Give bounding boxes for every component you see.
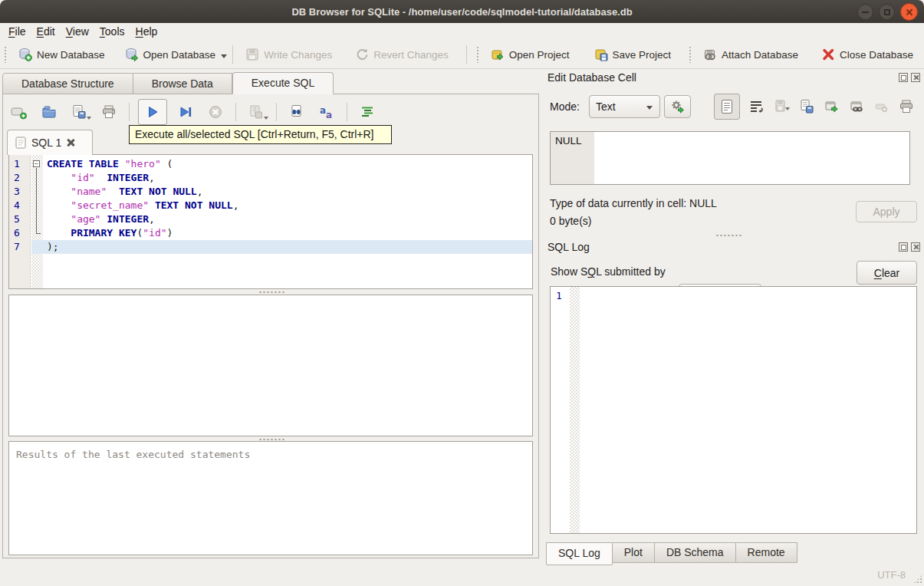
attach-database-label: Attach Database [722,49,798,61]
resize-grip[interactable] [913,574,922,584]
auto-completion-button[interactable]: a a [315,100,338,123]
execute-all-button[interactable] [138,99,167,125]
database-new-icon [18,48,32,61]
open-database-dropdown-arrow[interactable] [221,54,227,61]
encoding-indicator[interactable]: UTF-8 [877,569,906,581]
results-grid-pane[interactable] [8,295,533,436]
main-tab-bar: Database StructureBrowse DataExecute SQL [2,72,334,94]
toolbar-drag-handle[interactable] [476,46,480,63]
toolbar-drag-handle[interactable] [689,46,692,63]
save-project-button[interactable]: Save Project [587,44,679,65]
code-line-1[interactable]: 1−CREATE TABLE "hero" ( [9,157,532,171]
attach-database-button[interactable]: Attach Database [696,44,805,65]
messages-pane[interactable]: Results of the last executed statements [8,441,533,555]
import-cell-data-button[interactable] [773,99,789,114]
open-database-button[interactable]: Open Database [118,44,223,65]
title-bar[interactable]: DB Browser for SQLite - /home/user/code/… [0,0,924,23]
splitter-handle[interactable] [715,234,742,237]
cell-editor[interactable]: NULL [550,131,910,185]
edit-cell-title: Edit Database Cell [547,71,636,84]
sql-editor-toolbar: a a [8,97,379,127]
set-null-icon [874,99,889,114]
tab-browse-data[interactable]: Browse Data [133,73,232,94]
apply-button[interactable]: Apply [856,201,917,222]
maximize-button[interactable] [879,4,895,20]
mode-combobox[interactable]: Text [589,95,660,118]
revert-changes-button[interactable]: Revert Changes [348,44,455,65]
dock-tab-remote[interactable]: Remote [736,542,797,563]
code-line-4[interactable]: 4 "secret_name" TEXT NOT NULL, [9,199,532,212]
code-line-5[interactable]: 5 "age" INTEGER, [9,212,532,226]
splitter-handle[interactable] [258,291,284,294]
find-button[interactable] [285,100,308,123]
menu-file[interactable]: File [8,24,36,40]
word-wrap-button[interactable] [748,99,764,114]
new-database-button[interactable]: New Database [12,44,112,65]
tab-execute-sql[interactable]: Execute SQL [232,72,334,94]
execute-line-button[interactable] [174,100,197,123]
revert-changes-label: Revert Changes [373,49,449,61]
menu-view[interactable]: View [65,24,99,40]
text-mode-button[interactable] [714,94,740,120]
open-sql-file-button[interactable] [38,100,61,123]
toolbar-drag-handle[interactable] [4,46,8,63]
save-results-button[interactable] [245,100,268,123]
code-line-6[interactable]: 6 PRIMARY KEY("id") [9,226,532,240]
print-icon [101,104,117,120]
close-database-button[interactable]: Close Database [814,44,920,65]
auto-switch-mode-button[interactable] [664,95,691,118]
find-replace-icon [289,104,304,120]
set-null-button[interactable] [873,99,889,114]
export-cell-data-button[interactable] [798,99,814,114]
window-controls [857,3,918,21]
svg-text:a: a [326,110,332,120]
stop-icon [208,104,223,120]
minimize-button[interactable] [857,4,873,20]
save-sql-file-button[interactable] [67,100,90,123]
format-sql-button[interactable] [356,100,379,123]
code-line-2[interactable]: 2 "id" INTEGER, [9,171,532,185]
cell-size-info: 0 byte(s) [550,215,591,227]
code-line-7[interactable]: 7); [9,240,532,254]
app-window: { "window": { "title": "DB Browser for S… [0,0,924,586]
save-results-dropdown-arrow[interactable] [264,117,268,122]
word-wrap-icon [748,99,764,114]
close-database-icon [821,48,835,61]
mode-value: Text [596,100,616,113]
menu-bar: FileEditViewToolsHelp [0,23,924,41]
save-file-dropdown-arrow[interactable] [87,117,91,122]
dock-tab-plot[interactable]: Plot [613,542,655,563]
stop-button[interactable] [204,100,227,123]
save-results-icon [248,104,264,120]
float-panel-icon[interactable] [899,242,908,252]
results-placeholder: Results of the last executed statements [16,449,250,460]
menu-edit[interactable]: Edit [36,24,65,40]
tab-database-structure[interactable]: Database Structure [2,73,133,94]
close-tab-icon[interactable] [67,139,75,147]
menu-help[interactable]: Help [135,24,168,40]
sql-log-view[interactable]: 1 [550,286,917,534]
close-panel-icon[interactable] [911,242,920,252]
dock-tab-sql-log[interactable]: SQL Log [546,542,613,565]
sql-code-editor[interactable]: 1−CREATE TABLE "hero" (2 "id" INTEGER,3 … [8,154,533,289]
copy-link-button[interactable] [849,99,865,114]
new-sql-tab-button[interactable] [8,100,31,123]
print-button[interactable] [97,100,120,123]
write-changes-button[interactable]: Write Changes [238,44,339,65]
save-project-icon [594,48,608,61]
dock-tab-db-schema[interactable]: DB Schema [655,542,736,563]
code-line-3[interactable]: 3 "name" TEXT NOT NULL, [9,185,532,199]
open-project-button[interactable]: Open Project [484,44,577,65]
clear-log-button[interactable]: Clear [857,261,917,285]
cell-value: NULL [555,135,582,146]
cell-type-info: Type of data currently in cell: NULL [550,197,717,209]
print-cell-button[interactable] [898,99,914,114]
float-panel-icon[interactable] [899,73,908,82]
close-button[interactable] [900,3,918,21]
menu-tools[interactable]: Tools [99,24,135,40]
log-line-number: 1 [556,290,562,302]
close-panel-icon[interactable] [911,73,920,82]
sql-document-tab[interactable]: SQL 1 [7,130,93,155]
open-in-external-button[interactable] [824,99,840,114]
execute-sql-page: a a SQL 1 1−CREATE TABLE "hero" (2 "id" … [2,94,539,558]
